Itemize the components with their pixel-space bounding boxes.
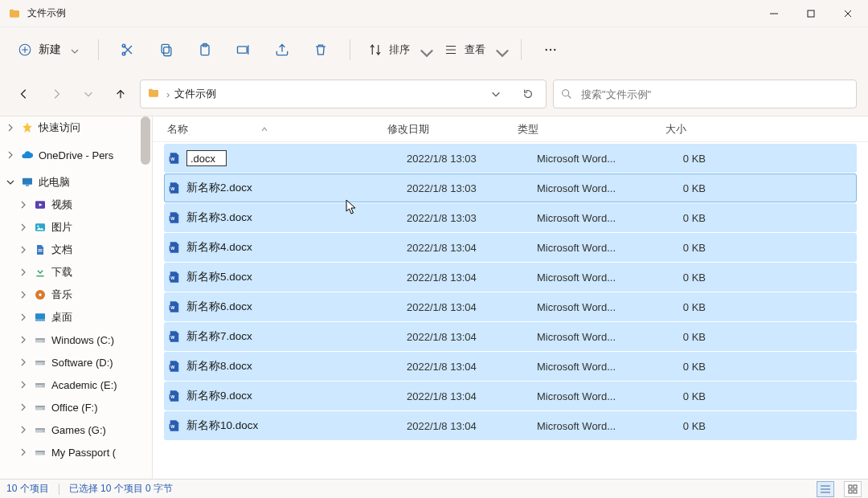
file-type: Microsoft Word...	[537, 182, 641, 194]
sidebar-item[interactable]: 音乐	[0, 284, 139, 306]
svg-point-24	[43, 341, 43, 341]
search-icon	[560, 88, 573, 100]
expand-icon[interactable]	[18, 448, 29, 456]
expand-icon[interactable]	[18, 403, 29, 411]
desktop-icon	[34, 311, 47, 324]
refresh-button[interactable]	[515, 82, 541, 106]
sidebar-item[interactable]: 视频	[0, 194, 139, 216]
file-type: Microsoft Word...	[537, 153, 641, 165]
cloud-icon	[21, 149, 34, 161]
expand-icon[interactable]	[5, 178, 16, 186]
file-row[interactable]: W新名称8.docx2022/1/8 13:04Microsoft Word..…	[164, 352, 857, 381]
expand-icon[interactable]	[18, 313, 29, 321]
titlebar: 文件示例	[0, 0, 868, 27]
expand-icon[interactable]	[18, 336, 29, 344]
sort-button[interactable]: 排序	[362, 38, 434, 62]
expand-icon[interactable]	[18, 291, 29, 299]
more-button[interactable]	[533, 34, 568, 66]
cut-button[interactable]	[110, 34, 145, 66]
expand-icon[interactable]	[18, 223, 29, 231]
sidebar-item[interactable]: Software (D:)	[0, 351, 139, 374]
large-icons-view-button[interactable]	[844, 481, 862, 497]
file-row[interactable]: W新名称3.docx2022/1/8 13:03Microsoft Word..…	[164, 203, 857, 232]
sidebar-item[interactable]: OneDrive - Pers	[0, 144, 139, 166]
expand-icon[interactable]	[18, 381, 29, 389]
sidebar-item-label: 下载	[51, 265, 72, 280]
expand-icon[interactable]	[18, 268, 29, 276]
file-type: Microsoft Word...	[537, 242, 641, 254]
file-row[interactable]: W新名称7.docx2022/1/8 13:04Microsoft Word..…	[164, 322, 857, 351]
maximize-button[interactable]	[792, 0, 829, 27]
file-name: 新名称10.docx	[186, 418, 258, 433]
expand-icon[interactable]	[18, 246, 29, 254]
paste-button[interactable]	[187, 34, 223, 66]
sidebar-item[interactable]: Games (G:)	[0, 418, 139, 441]
details-view-button[interactable]	[817, 481, 834, 497]
share-button[interactable]	[264, 34, 300, 66]
file-size: 0 KB	[641, 331, 706, 343]
expand-icon[interactable]	[18, 358, 29, 366]
svg-point-12	[563, 90, 569, 96]
breadcrumb-current[interactable]: 文件示例	[174, 87, 216, 101]
back-button[interactable]	[11, 81, 37, 107]
file-row[interactable]: W新名称4.docx2022/1/8 13:04Microsoft Word..…	[164, 233, 857, 262]
copy-button[interactable]	[149, 34, 184, 66]
breadcrumb[interactable]: › 文件示例	[166, 87, 216, 101]
rename-input[interactable]: .docx	[186, 150, 227, 166]
file-row[interactable]: W新名称10.docx2022/1/8 13:04Microsoft Word.…	[164, 411, 857, 440]
ellipsis-icon	[543, 43, 558, 57]
file-row[interactable]: W.docx2022/1/8 13:03Microsoft Word...0 K…	[164, 144, 857, 173]
sidebar-item[interactable]: 桌面	[0, 306, 139, 329]
column-name-label: 名称	[167, 122, 188, 137]
view-icon	[444, 43, 458, 57]
history-dropdown-button[interactable]	[483, 82, 509, 106]
file-row[interactable]: W新名称9.docx2022/1/8 13:04Microsoft Word..…	[164, 382, 857, 410]
expand-icon[interactable]	[5, 124, 16, 132]
sidebar-item[interactable]: 快速访问	[0, 116, 139, 139]
column-header-name[interactable]: 名称	[167, 122, 387, 137]
sidebar-item[interactable]: 此电脑	[0, 171, 139, 194]
file-date: 2022/1/8 13:04	[407, 331, 537, 343]
sidebar-item[interactable]: 图片	[0, 216, 139, 239]
search-box[interactable]	[553, 80, 857, 108]
sidebar-item[interactable]: Windows (C:)	[0, 329, 139, 351]
file-size: 0 KB	[641, 271, 706, 284]
sidebar-item[interactable]: 下载	[0, 261, 139, 284]
file-row[interactable]: W新名称5.docx2022/1/8 13:04Microsoft Word..…	[164, 263, 857, 292]
svg-text:W: W	[170, 335, 174, 340]
rename-button[interactable]	[226, 34, 261, 66]
delete-button[interactable]	[303, 34, 338, 66]
search-input[interactable]	[579, 88, 850, 101]
file-row[interactable]: W新名称6.docx2022/1/8 13:04Microsoft Word..…	[164, 292, 857, 321]
column-header-date[interactable]: 修改日期	[387, 122, 518, 137]
forward-button[interactable]	[43, 81, 69, 107]
sidebar-item[interactable]: 文档	[0, 239, 139, 261]
view-button[interactable]: 查看	[437, 38, 510, 62]
file-list[interactable]: W.docx2022/1/8 13:03Microsoft Word...0 K…	[153, 142, 868, 479]
sidebar-item[interactable]: My Passport (	[0, 441, 139, 463]
svg-text:W: W	[170, 365, 174, 369]
svg-text:W: W	[170, 305, 174, 310]
sidebar-item[interactable]: Academic (E:)	[0, 374, 139, 396]
minimize-button[interactable]	[755, 0, 792, 27]
new-button[interactable]: 新建	[11, 38, 87, 62]
svg-text:W: W	[170, 394, 174, 399]
expand-icon[interactable]	[5, 151, 16, 159]
address-bar[interactable]: › 文件示例	[140, 80, 547, 108]
music-icon	[34, 288, 47, 301]
expand-icon[interactable]	[18, 201, 29, 209]
file-name: 新名称2.docx	[186, 181, 252, 195]
close-button[interactable]	[829, 0, 866, 27]
expand-icon[interactable]	[18, 426, 29, 434]
word-doc-icon: W	[167, 389, 182, 403]
sidebar-item-label: Windows (C:)	[51, 334, 114, 346]
sidebar-item-label: 快速访问	[39, 120, 80, 135]
sidebar-item[interactable]: Office (F:)	[0, 396, 139, 418]
column-header-size[interactable]: 大小	[622, 122, 686, 137]
recent-locations-button[interactable]	[76, 81, 101, 107]
file-row[interactable]: W新名称2.docx2022/1/8 13:03Microsoft Word..…	[164, 173, 857, 202]
column-header-type[interactable]: 类型	[518, 122, 622, 137]
rename-icon	[235, 42, 252, 58]
up-button[interactable]	[108, 81, 133, 107]
scrollbar-thumb[interactable]	[141, 116, 150, 165]
